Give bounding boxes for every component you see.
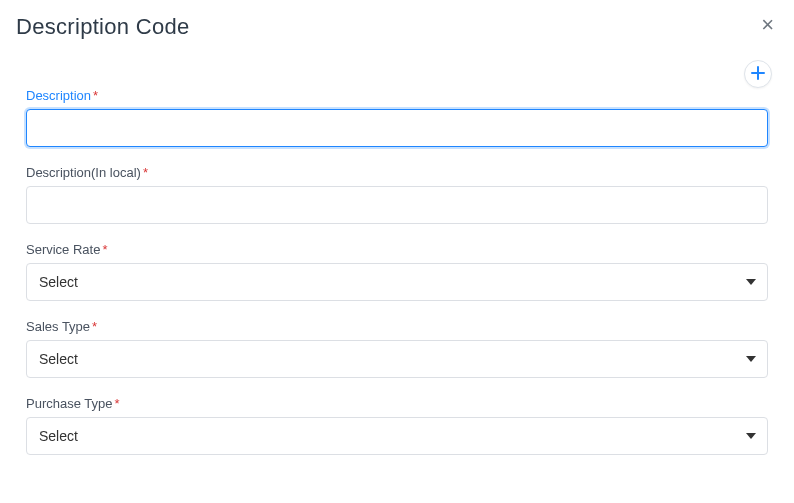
required-asterisk: * — [114, 396, 119, 411]
required-asterisk: * — [92, 319, 97, 334]
sales-type-label: Sales Type* — [26, 319, 768, 334]
description-local-label-text: Description(In local) — [26, 165, 141, 180]
service-rate-select[interactable]: Select — [26, 263, 768, 301]
close-icon: × — [761, 12, 774, 37]
description-label: Description* — [26, 88, 768, 103]
required-asterisk: * — [93, 88, 98, 103]
sales-type-selected-text: Select — [39, 351, 78, 367]
add-button[interactable] — [744, 60, 772, 88]
close-button[interactable]: × — [757, 14, 778, 36]
purchase-type-label: Purchase Type* — [26, 396, 768, 411]
purchase-type-selected-text: Select — [39, 428, 78, 444]
description-local-label: Description(In local)* — [26, 165, 768, 180]
sales-type-select[interactable]: Select — [26, 340, 768, 378]
sales-type-label-text: Sales Type — [26, 319, 90, 334]
service-rate-label: Service Rate* — [26, 242, 768, 257]
required-asterisk: * — [143, 165, 148, 180]
required-asterisk: * — [102, 242, 107, 257]
modal-title: Description Code — [16, 14, 190, 40]
service-rate-selected-text: Select — [39, 274, 78, 290]
description-label-text: Description — [26, 88, 91, 103]
purchase-type-label-text: Purchase Type — [26, 396, 112, 411]
plus-icon — [751, 66, 765, 83]
description-input[interactable] — [26, 109, 768, 147]
description-local-input[interactable] — [26, 186, 768, 224]
service-rate-label-text: Service Rate — [26, 242, 100, 257]
purchase-type-select[interactable]: Select — [26, 417, 768, 455]
